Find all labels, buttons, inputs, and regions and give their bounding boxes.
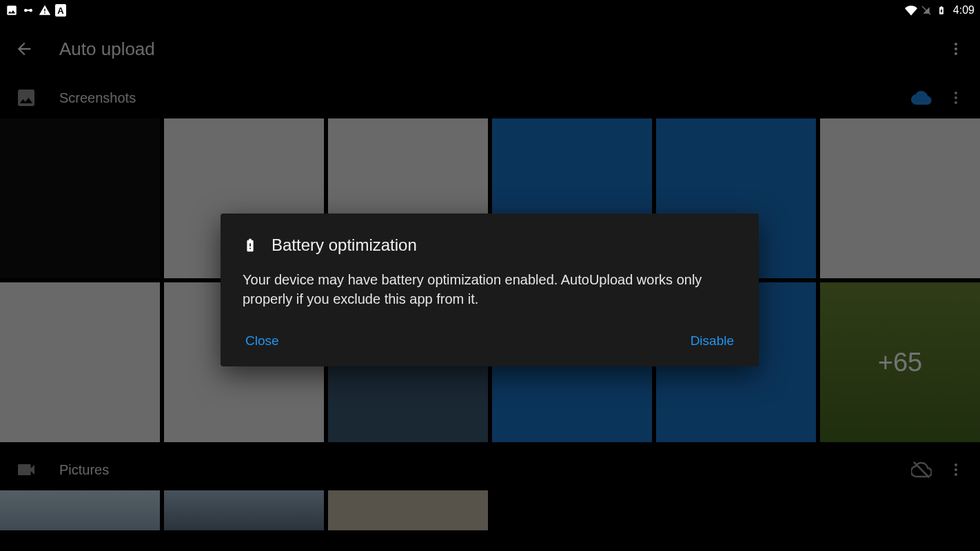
dialog-body: Your device may have battery optimizatio… [243,270,737,309]
wifi-icon [905,4,917,17]
warning-icon [39,4,51,17]
status-left: A [6,4,66,17]
no-sim-icon [920,4,932,17]
font-icon: A [55,4,66,17]
disable-button[interactable]: Disable [688,328,737,354]
status-clock: 4:09 [953,4,974,17]
link-icon [22,4,34,17]
image-icon [6,4,18,17]
dialog-header: Battery optimization [243,233,737,258]
status-right: 4:09 [905,4,974,17]
close-button[interactable]: Close [243,328,282,354]
battery-alert-icon [243,233,258,258]
dialog-title: Battery optimization [272,236,417,255]
svg-rect-2 [26,10,30,11]
battery-charging-icon [935,4,948,17]
battery-optimization-dialog: Battery optimization Your device may hav… [221,214,759,366]
dialog-actions: Close Disable [243,328,737,354]
status-bar: A 4:09 [0,0,980,21]
